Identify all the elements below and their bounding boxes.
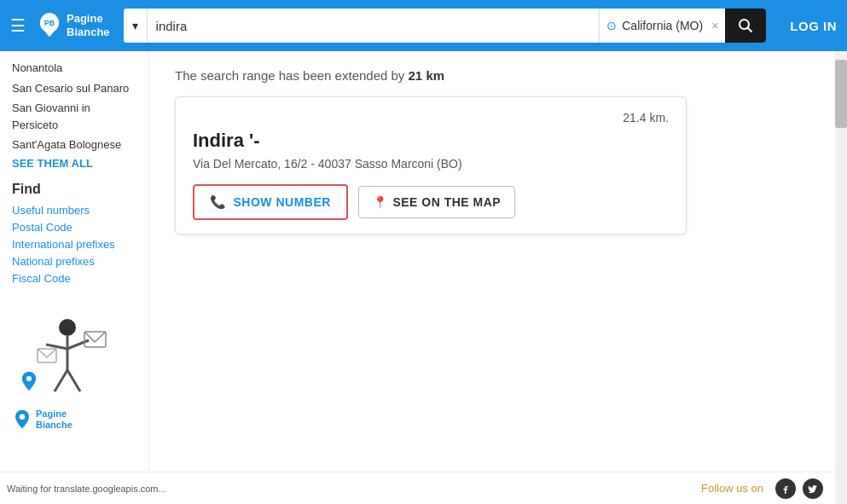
show-number-button[interactable]: 📞 SHOW NUMBER <box>193 184 348 220</box>
svg-line-9 <box>67 370 80 391</box>
scrollbar[interactable] <box>835 51 847 504</box>
logo-pin-icon: PB <box>36 12 63 39</box>
result-address: Via Del Mercato, 16/2 - 40037 Sasso Marc… <box>193 157 669 171</box>
result-card: 21.4 km. Indira '- Via Del Mercato, 16/2… <box>175 96 687 235</box>
result-name: Indira '- <box>193 130 669 152</box>
hamburger-menu[interactable]: ☰ <box>10 15 26 36</box>
sidebar: Nonantola San Cesario sul Panaro San Gio… <box>0 51 149 484</box>
facebook-icon[interactable] <box>775 478 796 499</box>
follow-label: Follow us on <box>701 482 763 495</box>
see-map-label: SEE ON THE MAP <box>392 195 501 209</box>
bottom-logo-text: Pagine Bianche <box>36 408 73 431</box>
search-dropdown[interactable]: ▾ <box>124 9 148 43</box>
result-distance: 21.4 km. <box>623 111 669 125</box>
sidebar-city-san-cesario[interactable]: San Cesario sul Panaro <box>12 80 136 97</box>
sidebar-see-all-link[interactable]: SEE THEM ALL <box>12 157 136 170</box>
logo[interactable]: PB Pagine Bianche <box>36 12 110 39</box>
sidebar-city-santagata[interactable]: Sant'Agata Bolognese <box>12 136 136 154</box>
see-on-map-button[interactable]: 📍 SEE ON THE MAP <box>358 186 515 218</box>
search-extended-km: 21 km <box>409 68 445 83</box>
svg-text:PB: PB <box>44 19 55 27</box>
illustration-svg <box>12 302 123 404</box>
location-text: California (MO) <box>622 19 703 32</box>
search-extended-message: The search range has been extended by 21… <box>175 68 821 83</box>
search-input[interactable] <box>148 9 600 43</box>
sidebar-find-title: Find <box>12 182 136 197</box>
sidebar-link-national-prefixes[interactable]: National prefixes <box>12 255 136 268</box>
dropdown-arrow-icon: ▾ <box>132 19 138 32</box>
sidebar-city-nonantola[interactable]: Nonantola <box>12 60 136 77</box>
search-button[interactable] <box>725 9 766 43</box>
svg-line-3 <box>748 28 752 32</box>
bottom-logo-pin-icon <box>12 409 32 430</box>
location-pin-icon: ⊙ <box>606 19 617 32</box>
twitter-icon[interactable] <box>803 478 823 499</box>
location-section: ⊙ California (MO) × <box>599 9 725 43</box>
search-area: ▾ ⊙ California (MO) × <box>124 9 767 43</box>
sidebar-city-san-giovanni[interactable]: San Giovanni in Persiceto <box>12 100 136 133</box>
phone-icon: 📞 <box>210 194 227 210</box>
show-number-label: SHOW NUMBER <box>234 195 331 209</box>
scrollbar-thumb[interactable] <box>835 60 847 128</box>
logo-text: Pagine Bianche <box>67 12 110 38</box>
svg-line-8 <box>55 370 67 391</box>
svg-point-14 <box>20 414 25 419</box>
result-card-top: 21.4 km. <box>193 111 669 125</box>
main-layout: Nonantola San Cesario sul Panaro San Gio… <box>0 51 847 484</box>
svg-point-13 <box>26 376 32 381</box>
sidebar-link-postal-code[interactable]: Postal Code <box>12 221 136 234</box>
search-icon <box>738 18 753 33</box>
follow-section: Follow us on <box>701 478 823 499</box>
sidebar-link-fiscal-code[interactable]: Fiscal Code <box>12 272 136 285</box>
bottom-logo[interactable]: Pagine Bianche <box>12 408 136 431</box>
login-button[interactable]: LOG IN <box>790 19 837 33</box>
content-area: The search range has been extended by 21… <box>149 51 847 484</box>
svg-point-4 <box>59 319 76 336</box>
sidebar-link-international-prefixes[interactable]: International prefixes <box>12 238 136 251</box>
result-actions: 📞 SHOW NUMBER 📍 SEE ON THE MAP <box>193 184 669 220</box>
sidebar-link-useful-numbers[interactable]: Useful numbers <box>12 204 136 217</box>
status-bar: Waiting for translate.googleapis.com... <box>0 484 166 494</box>
header: ☰ PB Pagine Bianche ▾ ⊙ California (MO) … <box>0 0 847 51</box>
illustration-area: Pagine Bianche <box>12 302 136 431</box>
map-pin-icon: 📍 <box>373 195 388 209</box>
location-clear-button[interactable]: × <box>711 19 718 32</box>
